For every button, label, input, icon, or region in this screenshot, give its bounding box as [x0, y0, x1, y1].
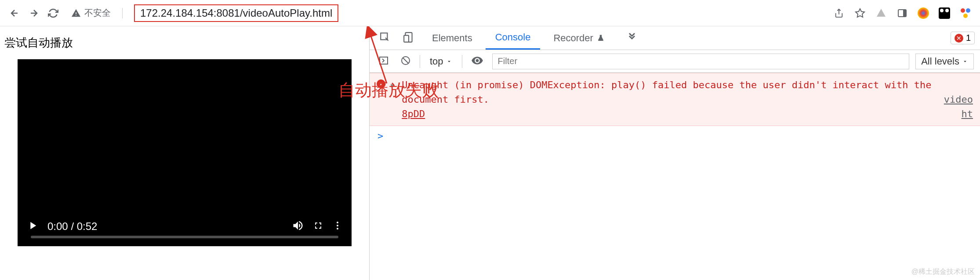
divider: [122, 8, 123, 18]
reload-button[interactable]: [47, 7, 59, 19]
forward-button[interactable]: [28, 7, 40, 19]
video-player[interactable]: 0:00 / 0:52: [18, 59, 352, 246]
address-bar[interactable]: 172.24.184.154:8081/videoAutoPlay.html: [134, 4, 338, 22]
devtools-tabs: Elements Console Recorder ✕ 1: [370, 26, 980, 50]
watermark: @稀土掘金技术社区: [911, 267, 975, 276]
security-indicator[interactable]: 不安全: [71, 7, 111, 19]
svg-line-5: [369, 31, 387, 83]
annotation-text: 自动播放失败: [338, 79, 439, 101]
back-button[interactable]: [9, 7, 20, 19]
page-viewport: 尝试自动播放 0:00 / 0:52: [0, 26, 369, 280]
more-icon[interactable]: [332, 220, 343, 233]
live-expression-icon[interactable]: [468, 54, 486, 68]
extension-icon-2[interactable]: [918, 7, 929, 19]
security-label: 不安全: [84, 7, 111, 19]
svg-point-4: [337, 228, 338, 230]
tab-elements[interactable]: Elements: [422, 26, 482, 50]
error-badge-icon: ✕: [955, 34, 963, 43]
clear-console-icon[interactable]: [398, 55, 414, 68]
error-count-badge[interactable]: ✕ 1: [951, 32, 975, 44]
tabs-overflow-icon[interactable]: [622, 32, 642, 44]
flask-icon: [597, 34, 605, 42]
error-text: Uncaught (in promise) DOMException: play…: [402, 78, 973, 121]
url-text: 172.24.184.154:8081/videoAutoPlay.html: [140, 7, 332, 19]
help-link[interactable]: ht: [962, 107, 973, 121]
extension-icon-4[interactable]: [960, 7, 971, 19]
svg-point-2: [337, 222, 338, 223]
video-progress[interactable]: [31, 236, 338, 238]
toolbar-actions: [833, 7, 971, 19]
play-icon[interactable]: [26, 219, 39, 233]
browser-toolbar: 不安全 172.24.184.154:8081/videoAutoPlay.ht…: [0, 0, 980, 26]
svg-rect-8: [404, 35, 409, 42]
error-code-link[interactable]: 8pDD: [402, 108, 425, 119]
video-time: 0:00 / 0:52: [47, 220, 97, 233]
console-filterbar: top All levels: [370, 50, 980, 73]
log-levels-selector[interactable]: All levels: [915, 54, 974, 69]
svg-rect-1: [903, 10, 906, 17]
filter-input[interactable]: [492, 54, 910, 69]
extension-icon-3[interactable]: [939, 7, 950, 19]
video-controls: 0:00 / 0:52: [18, 207, 352, 246]
device-icon[interactable]: [399, 32, 419, 45]
bookmark-icon[interactable]: [854, 7, 866, 19]
annotation-arrow: [365, 26, 400, 88]
page-title: 尝试自动播放: [4, 35, 365, 50]
devtools-panel: Elements Console Recorder ✕ 1 t: [369, 26, 980, 280]
chevron-down-icon: [962, 58, 968, 65]
tab-recorder[interactable]: Recorder: [544, 26, 614, 50]
reader-icon[interactable]: [897, 7, 908, 19]
console-prompt[interactable]: >: [370, 126, 980, 146]
content-area: 尝试自动播放 0:00 / 0:52: [0, 26, 980, 280]
fullscreen-icon[interactable]: [313, 220, 323, 233]
chevron-down-icon: [446, 58, 452, 65]
console-messages: ✕ ▸ Uncaught (in promise) DOMException: …: [370, 73, 980, 280]
tab-console[interactable]: Console: [486, 26, 541, 50]
extension-icon-1[interactable]: [875, 7, 887, 19]
warning-icon: [71, 8, 81, 18]
source-link[interactable]: video: [944, 92, 973, 107]
error-count: 1: [966, 33, 971, 43]
share-icon[interactable]: [833, 7, 845, 19]
context-selector[interactable]: top: [426, 56, 456, 67]
svg-point-3: [337, 225, 338, 226]
console-error-message[interactable]: ✕ ▸ Uncaught (in promise) DOMException: …: [370, 73, 980, 126]
volume-icon[interactable]: [292, 219, 304, 233]
